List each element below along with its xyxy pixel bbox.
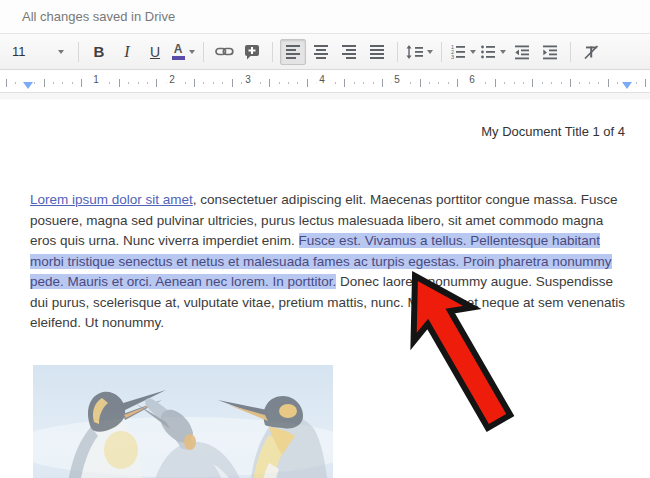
insert-comment-button[interactable] [239, 39, 265, 65]
toolbar-separator [570, 42, 571, 62]
ruler-number: 2 [166, 74, 178, 85]
font-size-select[interactable]: 11 [5, 39, 71, 65]
svg-text:3: 3 [451, 54, 454, 60]
text-color-button[interactable]: A [170, 39, 196, 65]
document-canvas[interactable]: My Document Title 1 of 4 Lorem ipsum dol… [0, 100, 650, 478]
increase-indent-button[interactable] [537, 39, 563, 65]
chevron-down-icon [470, 50, 476, 54]
bold-icon: B [94, 43, 105, 60]
align-center-icon [314, 45, 328, 59]
ruler-gap [0, 93, 650, 100]
bold-button[interactable]: B [86, 39, 112, 65]
document-header-text: My Document Title 1 of 4 [481, 124, 625, 139]
toolbar-separator [78, 42, 79, 62]
font-size-value: 11 [12, 44, 26, 59]
right-indent-marker[interactable] [622, 82, 632, 89]
numbered-list-button[interactable]: 1 2 3 [449, 39, 477, 65]
clear-formatting-button[interactable] [578, 39, 604, 65]
chevron-down-icon [189, 50, 195, 54]
align-center-button[interactable] [308, 39, 334, 65]
underline-button[interactable]: U [142, 39, 168, 65]
document-paragraph: Lorem ipsum dolor sit amet, consectetuer… [30, 190, 630, 334]
decrease-indent-button[interactable] [509, 39, 535, 65]
save-status-text: All changes saved in Drive [22, 9, 175, 24]
formatting-toolbar: 11 B I U A [0, 34, 650, 70]
line-spacing-button[interactable] [405, 39, 434, 65]
chevron-down-icon [427, 50, 433, 54]
ruler-number: 3 [242, 74, 254, 85]
align-right-icon [342, 45, 356, 59]
toolbar-separator [441, 42, 442, 62]
comment-plus-icon [244, 44, 260, 60]
clear-formatting-icon [583, 44, 600, 60]
penguins-image[interactable] [33, 365, 333, 478]
align-right-button[interactable] [336, 39, 362, 65]
chevron-down-icon [58, 50, 64, 54]
justify-button[interactable] [364, 39, 390, 65]
bulleted-list-icon [480, 44, 496, 60]
toolbar-separator [272, 42, 273, 62]
bulleted-list-button[interactable] [479, 39, 507, 65]
ruler-number: 1 [90, 74, 102, 85]
google-docs-window: { "statusbar": { "message": "All changes… [0, 0, 650, 478]
numbered-list-icon: 1 2 3 [450, 44, 466, 60]
italic-button[interactable]: I [114, 39, 140, 65]
chevron-down-icon [500, 50, 506, 54]
left-indent-marker[interactable] [23, 82, 33, 89]
insert-link-button[interactable] [211, 39, 237, 65]
italic-icon: I [124, 43, 129, 61]
hyperlink-text[interactable]: Lorem ipsum dolor sit amet [30, 192, 193, 207]
status-bar: All changes saved in Drive [0, 0, 650, 34]
link-icon [215, 45, 234, 58]
align-left-button[interactable] [280, 39, 306, 65]
underline-icon: U [150, 44, 160, 60]
toolbar-separator [397, 42, 398, 62]
ruler-number: 4 [316, 74, 328, 85]
toolbar-separator [203, 42, 204, 62]
ruler-number: 6 [466, 74, 478, 85]
line-spacing-icon [406, 44, 423, 60]
justify-icon [370, 45, 384, 59]
increase-indent-icon [542, 44, 558, 60]
ruler-number: 5 [391, 74, 403, 85]
text-color-icon: A [172, 43, 185, 60]
decrease-indent-icon [514, 44, 530, 60]
align-left-icon [286, 45, 300, 59]
ruler: 1 2 3 4 5 6 [0, 70, 650, 93]
